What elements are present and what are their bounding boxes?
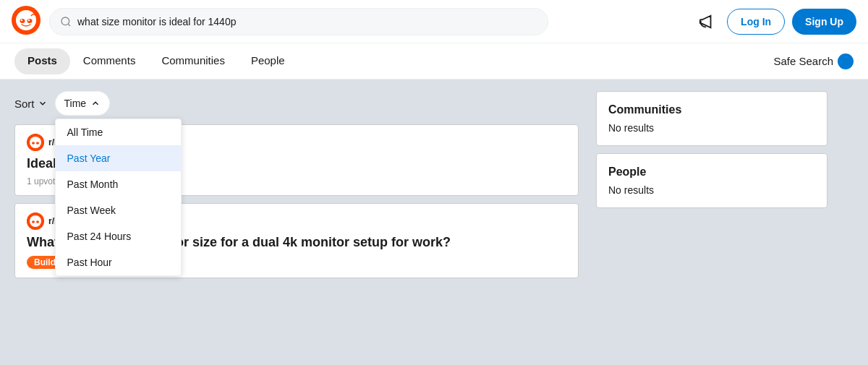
tab-communities[interactable]: Communities [148, 43, 238, 80]
search-bar[interactable] [49, 8, 548, 35]
time-option-past-year[interactable]: Past Year [56, 145, 181, 171]
svg-point-10 [30, 137, 41, 148]
time-dropdown-button[interactable]: Time [55, 91, 111, 116]
megaphone-icon [699, 14, 715, 30]
sort-chevron-down-icon [38, 98, 48, 108]
svg-point-7 [61, 17, 69, 25]
tab-posts[interactable]: Posts [14, 48, 70, 74]
reddit-logo[interactable] [12, 6, 41, 38]
avatar [27, 134, 44, 151]
svg-point-2 [20, 19, 25, 23]
right-column: Communities No results People No results [596, 91, 827, 285]
header: Log In Sign Up [0, 0, 868, 43]
left-column: Sort Time All Time [14, 91, 579, 285]
svg-point-15 [32, 221, 35, 224]
svg-point-4 [21, 19, 22, 20]
communities-card-title: Communities [608, 103, 815, 116]
main-content: Sort Time All Time [0, 80, 868, 297]
people-no-results: No results [608, 184, 815, 196]
tab-people[interactable]: People [238, 43, 298, 80]
time-option-past-24-hours[interactable]: Past 24 Hours [56, 223, 181, 249]
time-option-past-week[interactable]: Past Week [56, 197, 181, 223]
svg-line-8 [68, 24, 70, 26]
login-button[interactable]: Log In [727, 9, 785, 35]
svg-point-6 [35, 13, 38, 16]
safe-search-toggle[interactable]: Safe Search [773, 53, 854, 69]
tab-comments[interactable]: Comments [70, 43, 149, 80]
communities-card: Communities No results [596, 91, 827, 146]
svg-point-16 [36, 221, 39, 224]
notifications-button[interactable] [694, 9, 720, 35]
avatar [27, 212, 44, 230]
svg-point-14 [30, 215, 41, 227]
svg-point-11 [32, 142, 35, 145]
time-chevron-up-icon [90, 98, 101, 108]
sort-label[interactable]: Sort [14, 98, 48, 110]
tabs-bar: Posts Comments Communities People Safe S… [0, 43, 868, 80]
svg-point-12 [36, 142, 39, 145]
time-option-all-time[interactable]: All Time [56, 119, 181, 145]
time-option-past-month[interactable]: Past Month [56, 171, 181, 197]
people-card-title: People [608, 166, 815, 179]
svg-point-1 [16, 10, 36, 30]
search-icon [60, 16, 72, 27]
svg-point-3 [27, 19, 33, 23]
header-right: Log In Sign Up [694, 9, 856, 35]
search-input[interactable] [77, 16, 537, 27]
communities-no-results: No results [608, 122, 815, 134]
time-dropdown-menu: All Time Past Year Past Month Past Week … [55, 119, 182, 276]
time-option-past-hour[interactable]: Past Hour [56, 249, 181, 275]
time-filter-container: Time All Time Past Year Past Month [55, 91, 111, 116]
people-card: People No results [596, 153, 827, 208]
svg-point-5 [28, 19, 30, 20]
signup-button[interactable]: Sign Up [792, 9, 856, 35]
safe-search-indicator [838, 53, 854, 69]
safe-search-label: Safe Search [773, 55, 833, 67]
sort-bar: Sort Time All Time [14, 91, 579, 116]
